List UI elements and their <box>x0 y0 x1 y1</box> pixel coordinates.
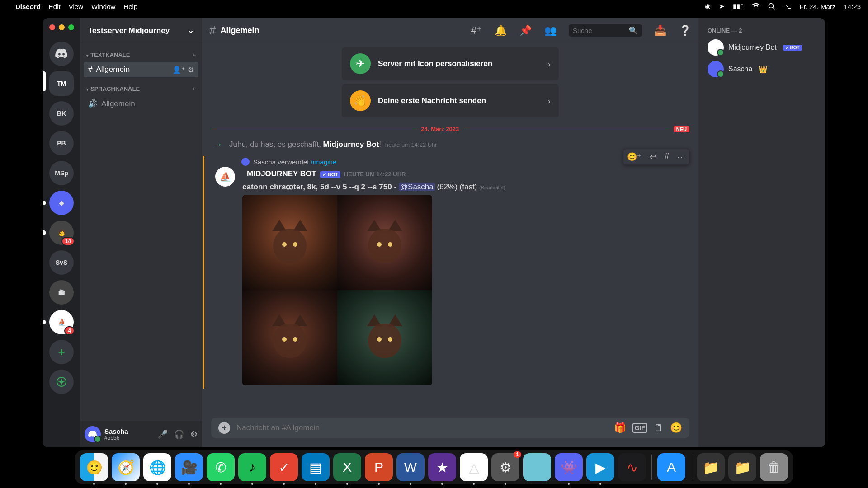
control-center-icon[interactable]: ⌥ <box>783 2 791 10</box>
home-button[interactable] <box>49 42 74 66</box>
chat-scroll[interactable]: ✈ Server mit Icon personalisieren › 👋 De… <box>202 43 698 418</box>
macos-dock: 🙂 🧭 🌐 🎥 ✆ ♪ ✓ ▤ X P W ★ △ ⚙1 👾 ▶ ∿ A 📁 📁… <box>75 450 793 484</box>
threads-icon[interactable]: #⁺ <box>471 25 482 37</box>
pinned-icon[interactable]: 📌 <box>519 25 532 37</box>
dock-quicktime[interactable]: ▶ <box>586 453 614 481</box>
dock-whatsapp[interactable]: ✆ <box>207 453 235 481</box>
wifi-icon[interactable] <box>752 3 760 9</box>
dock-settings[interactable]: ⚙1 <box>491 453 519 481</box>
message-input[interactable] <box>236 423 608 432</box>
sticker-icon[interactable]: 🗒 <box>654 422 664 434</box>
server-pb[interactable]: PB <box>49 131 74 155</box>
battery-icon[interactable]: ▮▮▯ <box>733 2 744 10</box>
dock-word[interactable]: W <box>396 453 425 481</box>
member-sascha[interactable]: Sascha 👑 <box>703 58 821 80</box>
emoji-icon[interactable]: 😊 <box>670 422 682 434</box>
dock-drive[interactable]: △ <box>460 453 488 481</box>
channel-allgemein-voice[interactable]: 🔊 Allgemein <box>84 96 198 112</box>
channel-allgemein-text[interactable]: # Allgemein 👤⁺ ⚙ <box>84 62 198 77</box>
dock-folder-1[interactable]: 📁 <box>697 453 725 481</box>
server-bk[interactable]: BK <box>49 101 74 126</box>
dock-finder[interactable]: 🙂 <box>80 453 108 481</box>
slash-command[interactable]: /imagine <box>311 158 337 166</box>
add-reaction-icon[interactable]: 😊⁺ <box>625 151 643 163</box>
voice-channels-header[interactable]: ▾Sprachkanäle + <box>84 82 198 96</box>
add-channel-icon[interactable]: + <box>192 85 196 92</box>
dock-todoist[interactable]: ✓ <box>270 453 298 481</box>
mention[interactable]: @Sascha <box>399 183 435 191</box>
server-msp[interactable]: MSp <box>49 161 74 185</box>
maximize-window[interactable] <box>68 24 74 30</box>
text-channels-header[interactable]: ▾Textkanäle + <box>84 48 198 62</box>
server-9[interactable]: ⛵4 <box>49 310 74 334</box>
menubar-time[interactable]: 14:23 <box>844 3 861 10</box>
dock-imovie[interactable]: ★ <box>428 453 456 481</box>
mute-icon[interactable]: 🎤 <box>158 429 168 439</box>
search-icon[interactable] <box>768 3 775 10</box>
dock-discord[interactable]: 👾 <box>555 453 583 481</box>
menubar-date[interactable]: Fr. 24. März <box>799 3 835 10</box>
menu-edit[interactable]: Edit <box>49 3 61 10</box>
menu-window[interactable]: Window <box>91 3 115 10</box>
app-name[interactable]: Discord <box>15 3 41 10</box>
dock-trash[interactable]: 🗑 <box>760 453 788 481</box>
inbox-icon[interactable]: 📥 <box>654 25 666 37</box>
dock-chrome[interactable]: 🌐 <box>143 453 171 481</box>
server-indicator <box>43 230 46 235</box>
self-tag: #6656 <box>104 435 128 441</box>
server-5[interactable]: ◆ <box>49 191 74 215</box>
dock-spotify[interactable]: ♪ <box>238 453 266 481</box>
settings-icon[interactable]: ⚙ <box>188 66 194 74</box>
screenrecord-icon[interactable]: ◉ <box>705 2 711 10</box>
dock-voicememos[interactable]: ∿ <box>618 453 646 481</box>
attach-button[interactable]: + <box>218 422 230 434</box>
gif-icon[interactable]: GIF <box>632 423 647 433</box>
dock-folder-2[interactable]: 📁 <box>728 453 756 481</box>
chevron-down-icon: ⌄ <box>188 26 194 35</box>
onboarding-card-message[interactable]: 👋 Deine erste Nachricht senden › <box>342 84 559 117</box>
server-6[interactable]: 🧑14 <box>49 221 74 245</box>
server-8[interactable]: 🏔 <box>49 280 74 305</box>
dock-safari[interactable]: 🧭 <box>112 453 140 481</box>
member-midjourney[interactable]: Midjourney Bot ✓ BOT <box>703 37 821 58</box>
location-icon[interactable]: ➤ <box>719 2 725 10</box>
dock-powerpoint[interactable]: P <box>365 453 393 481</box>
add-server-button[interactable]: + <box>49 340 74 364</box>
menu-help[interactable]: Help <box>123 3 137 10</box>
dock-appstore[interactable]: A <box>657 453 685 481</box>
wave-icon: 👋 <box>350 90 371 111</box>
gift-icon[interactable]: 🎁 <box>614 422 626 434</box>
notifications-icon[interactable]: 🔔 <box>495 25 507 37</box>
explore-button[interactable] <box>49 370 74 394</box>
dock-trello[interactable]: ▤ <box>302 453 330 481</box>
dock-app-circle[interactable] <box>523 453 551 481</box>
deafen-icon[interactable]: 🎧 <box>174 429 184 439</box>
search-box[interactable]: 🔍 <box>569 24 642 37</box>
message-actions: 😊⁺ ↩ # ⋯ <box>623 149 689 165</box>
invite-icon[interactable]: 👤⁺ <box>172 66 185 74</box>
self-avatar[interactable] <box>85 426 101 442</box>
svg-point-0 <box>769 4 774 8</box>
user-settings-icon[interactable]: ⚙ <box>190 429 198 439</box>
help-icon[interactable]: ❔ <box>679 25 691 37</box>
dock-zoom[interactable]: 🎥 <box>175 453 203 481</box>
minimize-window[interactable] <box>59 24 65 30</box>
message-author[interactable]: Midjourney Bot <box>247 169 316 178</box>
user-panel: Sascha #6656 🎤 🎧 ⚙ <box>80 421 202 447</box>
onboarding-card-icon[interactable]: ✈ Server mit Icon personalisieren › <box>342 47 559 80</box>
menu-view[interactable]: View <box>69 3 83 10</box>
reply-icon[interactable]: ↩ <box>648 151 658 163</box>
search-input[interactable] <box>573 27 626 34</box>
author-avatar[interactable]: ⛵ <box>215 167 235 187</box>
server-svs[interactable]: SvS <box>49 250 74 275</box>
generated-image-grid[interactable] <box>242 195 432 385</box>
server-tm[interactable]: TM <box>49 71 74 96</box>
close-window[interactable] <box>49 24 55 30</box>
server-header[interactable]: Testserver Midjourney ⌄ <box>80 18 202 43</box>
members-icon[interactable]: 👥 <box>544 25 557 37</box>
more-icon[interactable]: ⋯ <box>675 151 687 163</box>
add-channel-icon[interactable]: + <box>192 52 196 58</box>
dock-excel[interactable]: X <box>333 453 361 481</box>
date-divider: 24. März 2023 NEU <box>211 126 689 132</box>
thread-icon[interactable]: # <box>663 151 671 163</box>
